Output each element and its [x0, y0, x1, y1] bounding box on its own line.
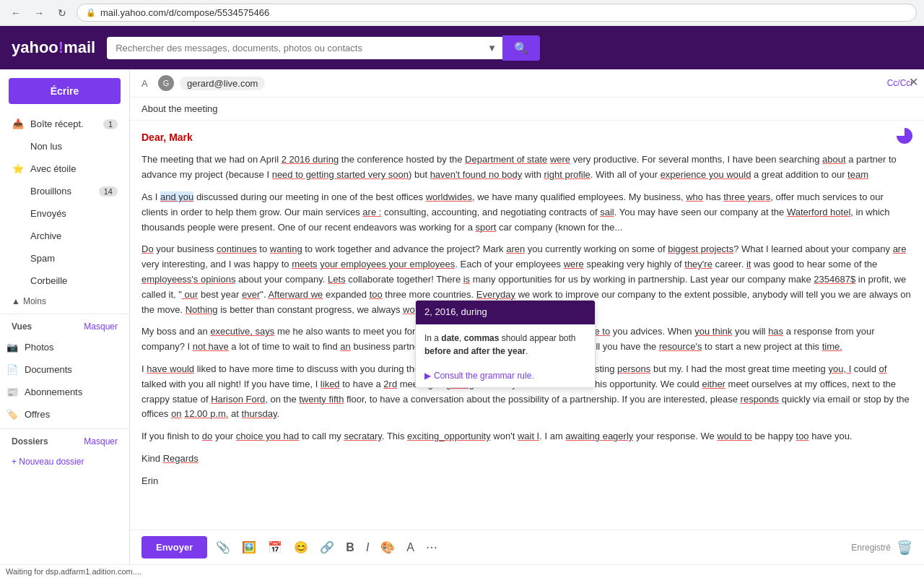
sidebar-label-documents: Documents [25, 364, 72, 375]
compose-button[interactable]: Écrire [9, 78, 121, 104]
views-label: Vues [12, 322, 32, 332]
grammar-error-too2: too [796, 431, 809, 441]
search-bar: ▼ 🔍 [107, 35, 540, 61]
more-options-button[interactable]: ⋯ [423, 538, 440, 557]
sidebar-item-photos[interactable]: 📷 Photos [0, 336, 129, 358]
chevron-right-icon: ▶ [424, 369, 431, 383]
color-button[interactable]: 🎨 [378, 538, 398, 557]
forward-button[interactable]: → [30, 4, 48, 22]
sidebar: Écrire 📥 Boîte récept. 1 Non lus ⭐ Avec … [0, 69, 130, 564]
bold-button[interactable]: B [343, 538, 357, 557]
sidebar-item-archive[interactable]: Archive [0, 225, 129, 247]
address-bar[interactable]: 🔒 mail.yahoo.com/d/compose/5534575466 [77, 4, 917, 22]
tooltip-body: In a date, commas should appear both bef… [416, 324, 595, 365]
grammar-error-lets: Lets [328, 274, 346, 285]
new-folder-button[interactable]: + Nouveau dossier [0, 451, 129, 473]
italic-button[interactable]: I [363, 538, 372, 557]
grammar-error-awaiting: awaiting eagerly [565, 431, 633, 441]
grammar-error-worldwides: worldwides [426, 191, 472, 202]
sidebar-item-subscriptions[interactable]: 📰 Abonnements [0, 381, 129, 403]
sidebar-label-offers: Offres [25, 409, 50, 420]
grammar-error-havewould: have would [147, 363, 194, 374]
image-button[interactable]: 🖼️ [239, 538, 259, 557]
to-row: A G gerard@live.com Cc/Cci [130, 69, 924, 98]
grammar-error-money: 2354687$ [814, 274, 855, 285]
search-dropdown-button[interactable]: ▼ [481, 37, 502, 59]
sidebar-item-offers[interactable]: 🏷️ Offres [0, 403, 129, 426]
grammar-error-responds: responds [741, 394, 779, 405]
documents-icon: 📄 [6, 364, 19, 375]
sidebar-item-nonlus[interactable]: Non lus [0, 135, 129, 158]
grammar-error-regards: Regards [163, 453, 199, 464]
grammar-error-afterward: Afterward we [268, 289, 323, 300]
grammar-error-sport: sport [476, 222, 497, 233]
grammar-error-need: need to getting started very soon [272, 169, 409, 180]
inbox-icon: 📥 [12, 118, 25, 129]
search-button[interactable]: 🔍 [502, 35, 540, 61]
grammar-error-date: 2 2016 during [282, 154, 339, 165]
sidebar-item-starred[interactable]: ⭐ Avec étoile [0, 158, 129, 180]
grammar-tooltip: 2, 2016, during In a date, commas should… [415, 300, 596, 388]
sidebar-item-inbox[interactable]: 📥 Boîte récept. 1 [0, 113, 129, 135]
lock-icon: 🔒 [86, 8, 96, 17]
sidebar-item-spam[interactable]: Spam [0, 247, 129, 269]
email-para-6: If you finish to do your choice you had … [141, 429, 912, 444]
grammar-error-biggest: biggest projects [668, 243, 733, 254]
sidebar-label-archive: Archive [30, 230, 61, 241]
email-body[interactable]: Dear, Mark The meeting that we had on Ap… [130, 121, 924, 530]
search-input[interactable] [107, 37, 481, 59]
refresh-button[interactable]: ↻ [53, 4, 71, 22]
grammar-error-and-you: and you [160, 191, 193, 202]
star-icon: ⭐ [12, 163, 25, 174]
grammar-error-nothave: not have [193, 341, 229, 352]
back-button[interactable]: ← [7, 4, 25, 22]
hide-folders-label[interactable]: Masquer [84, 436, 118, 447]
grammar-error-it: it [746, 259, 751, 269]
sidebar-divider-2 [0, 428, 129, 429]
grammar-error-youi: you, I [828, 363, 851, 374]
grammar-error-time: time. [822, 341, 842, 352]
grammar-error-waiti: wait I [518, 431, 539, 441]
sidebar-label-sent: Envoyés [30, 208, 66, 219]
grammar-error-thursday: thursday [242, 408, 277, 419]
emoji-button[interactable]: 😊 [291, 538, 311, 557]
sidebar-label-drafts: Brouillons [30, 186, 71, 197]
delete-compose-button[interactable]: 🗑️ [897, 540, 912, 556]
hide-views-label[interactable]: Masquer [84, 322, 118, 332]
sidebar-item-trash[interactable]: Corbeille [0, 269, 129, 292]
grammar-error-dept: Department of state [465, 154, 547, 165]
send-button[interactable]: Envoyer [141, 536, 207, 558]
grammar-error-nothing: Nothing [186, 304, 218, 315]
grammar-error-were2: were [564, 259, 584, 269]
grammar-error-too: too [370, 289, 383, 300]
drafts-badge: 14 [99, 186, 118, 197]
font-button[interactable]: A [404, 538, 417, 557]
link-button[interactable]: 🔗 [317, 538, 337, 557]
email-signature: Erin [141, 474, 912, 489]
grammar-error-aren: aren [506, 243, 525, 254]
grammar-error-are: are : [362, 207, 381, 217]
email-closing: Kind Regards [141, 452, 912, 467]
grammar-error-wanting: wanting [270, 243, 302, 254]
grammar-error-opinions: employeess's opinions [141, 274, 235, 285]
calendar-button[interactable]: 📅 [265, 538, 285, 557]
recipient-chip[interactable]: gerard@live.com [180, 77, 265, 90]
subject-input[interactable] [141, 103, 912, 114]
grammar-error-experience: experience you would [661, 169, 751, 180]
url-text: mail.yahoo.com/d/compose/5534575466 [100, 7, 269, 18]
attach-button[interactable]: 📎 [213, 538, 233, 557]
sidebar-item-drafts[interactable]: Brouillons 14 [0, 180, 129, 202]
sidebar-moins-toggle[interactable]: ▲ Moins [0, 292, 129, 311]
sidebar-item-documents[interactable]: 📄 Documents [0, 358, 129, 381]
close-compose-button[interactable]: ✕ [909, 75, 918, 89]
grammar-error-choice: choice you had [236, 431, 299, 441]
grammar-error-team: team [847, 169, 868, 180]
sidebar-item-sent[interactable]: Envoyés [0, 202, 129, 225]
grammar-error-about: about [822, 154, 846, 165]
tooltip-grammar-rule-link[interactable]: ▶ Consult the grammar rule. [416, 365, 595, 387]
chevron-up-icon: ▲ [12, 296, 20, 306]
grammar-error-on: on [171, 408, 181, 419]
tooltip-link-text: Consult the grammar rule. [434, 369, 534, 383]
yahoo-logo: yahoo!mail [12, 38, 95, 57]
sidebar-divider-1 [0, 314, 129, 314]
